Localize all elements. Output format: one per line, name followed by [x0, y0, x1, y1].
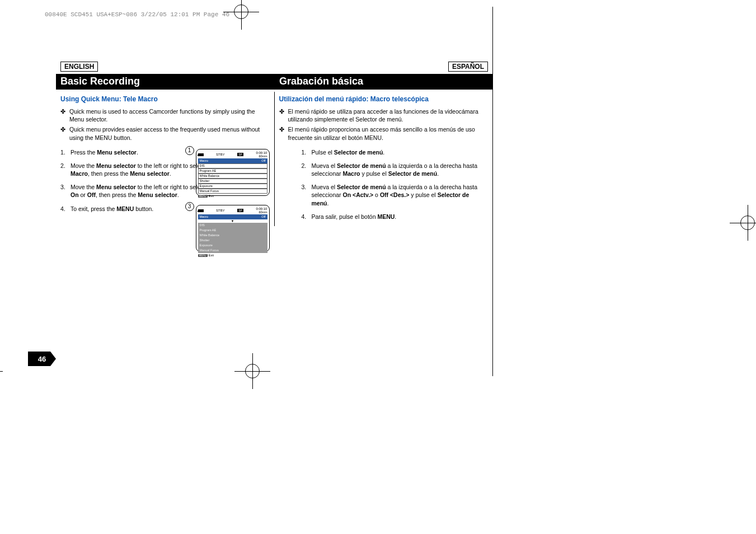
- step-num: 2.: [302, 162, 312, 177]
- section-heading-es: Utilización del menú rápido: Macro teles…: [279, 95, 489, 103]
- step-circle-1: 1: [185, 146, 194, 155]
- menu-row: DIS: [198, 223, 267, 228]
- exit-row: MENUExit: [198, 194, 267, 198]
- menu-row: White Balance: [198, 233, 267, 238]
- column-es: Utilización del menú rápido: Macro teles…: [275, 92, 493, 226]
- crop-mark-icon: [740, 216, 755, 230]
- menu-row: DIS: [198, 163, 267, 168]
- menu-row: Shutter: [198, 238, 267, 243]
- bullet-text: Quick menu provides easier access to the…: [69, 125, 270, 141]
- menu-row: White Balance: [198, 174, 267, 179]
- title-en: Basic Recording: [56, 74, 275, 90]
- divider: [492, 7, 493, 376]
- exit-row: MENUExit: [198, 254, 267, 257]
- step-text: Mueva el Selector de menú a la izquierda…: [312, 183, 489, 207]
- menu-row: Exposure: [198, 184, 267, 189]
- screen-time: 0:00:10 60min: [256, 151, 267, 158]
- screen-topbar: STBY SP 0:00:10 60min: [196, 149, 269, 158]
- menu-row: Program AE: [198, 228, 267, 233]
- step-num: 4.: [60, 205, 71, 213]
- step-text: Mueva el Selector de menú a la izquierda…: [312, 162, 489, 177]
- menu-row: Manual Focus: [198, 189, 267, 194]
- step-num: 2.: [60, 162, 71, 177]
- step-item: 4. Para salir, pulse el botón MENU.: [302, 213, 489, 221]
- stby-label: STBY: [216, 153, 225, 156]
- page-number: 46: [28, 352, 56, 366]
- screen-topbar: STBY SP 0:00:10 60min: [196, 205, 269, 214]
- screen-menu: MacroOff ▼ DIS Program AE White Balance …: [198, 214, 267, 253]
- bullet-item: ✤ El menú rápido proporciona un acceso m…: [279, 125, 489, 141]
- stby-label: STBY: [216, 209, 225, 212]
- step-item: 3. Move the Menu selector to the left or…: [60, 183, 206, 199]
- bullet-icon: ✤: [60, 107, 69, 123]
- bullet-text: El menú rápido se utiliza para acceder a…: [288, 107, 489, 123]
- battery-icon: [198, 153, 204, 156]
- bullet-item: ✤ El menú rápido se utiliza para acceder…: [279, 107, 489, 123]
- columns: Using Quick Menu: Tele Macro ✤ Quick men…: [56, 92, 492, 226]
- step-item: 1. Press the Menu selector.: [60, 148, 206, 156]
- step-text: Move the Menu selector to the left or ri…: [71, 162, 206, 177]
- menu-row: Shutter: [198, 179, 267, 184]
- crop-mark-icon: [234, 4, 248, 19]
- bullet-list-es: ✤ El menú rápido se utiliza para acceder…: [279, 107, 489, 142]
- bullet-icon: ✤: [60, 125, 69, 141]
- menu-row: Program AE: [198, 168, 267, 174]
- camcorder-screen-1: 1 STBY SP 0:00:10 60min MacroOff DIS Pro…: [196, 149, 270, 196]
- language-label-es: ESPAÑOL: [448, 62, 488, 72]
- steps-en: 1. Press the Menu selector. 2. Move the …: [60, 148, 206, 213]
- bullet-text: El menú rápido proporciona un acceso más…: [288, 125, 489, 141]
- battery-icon: [198, 209, 204, 212]
- step-item: 4. To exit, press the MENU button.: [60, 205, 206, 213]
- step-text: Pulse el Selector de menú.: [312, 148, 385, 156]
- step-text: Para salir, pulse el botón MENU.: [312, 213, 397, 221]
- sp-badge: SP: [237, 153, 243, 156]
- step-text: Move the Menu selector to the left or ri…: [71, 183, 206, 199]
- bullet-icon: ✤: [279, 107, 288, 123]
- step-item: 2. Move the Menu selector to the left or…: [60, 162, 206, 177]
- camcorder-screen-3: 3 STBY SP 0:00:10 60min MacroOff ▼ DIS P…: [196, 205, 270, 252]
- step-item: 2. Mueva el Selector de menú a la izquie…: [302, 162, 489, 177]
- step-num: 1.: [60, 148, 71, 156]
- bullet-item: ✤ Quick menu provides easier access to t…: [60, 125, 270, 141]
- crop-mark-icon: [245, 364, 260, 378]
- step-num: 3.: [302, 183, 312, 207]
- menu-row: Manual Focus: [198, 248, 267, 253]
- step-text: Press the Menu selector.: [71, 148, 138, 156]
- bullet-list-en: ✤ Quick menu is used to access Camcorder…: [60, 107, 270, 142]
- step-text: To exit, press the MENU button.: [71, 205, 153, 213]
- step-item: 1. Pulse el Selector de menú.: [302, 148, 489, 156]
- steps-es: 1. Pulse el Selector de menú. 2. Mueva e…: [302, 148, 489, 221]
- title-es: Grabación básica: [275, 74, 492, 90]
- step-num: 3.: [60, 183, 71, 199]
- screen-time: 0:00:10 60min: [256, 207, 267, 214]
- menu-row: Exposure: [198, 243, 267, 248]
- title-bar: Basic Recording Grabación básica: [56, 74, 492, 90]
- bullet-icon: ✤: [279, 125, 288, 141]
- step-item: 3. Mueva el Selector de menú a la izquie…: [302, 183, 489, 207]
- step-num: 4.: [302, 213, 312, 221]
- bullet-text: Quick menu is used to access Camcorder f…: [69, 107, 270, 123]
- section-heading-en: Using Quick Menu: Tele Macro: [60, 95, 270, 103]
- bullet-item: ✤ Quick menu is used to access Camcorder…: [60, 107, 270, 123]
- screen-menu: MacroOff DIS Program AE White Balance Sh…: [198, 158, 267, 194]
- menu-row-macro: MacroOff: [198, 158, 267, 163]
- step-circle-3: 3: [185, 202, 194, 211]
- menu-row-macro: MacroOff: [198, 214, 267, 219]
- column-en: Using Quick Menu: Tele Macro ✤ Quick men…: [56, 92, 275, 226]
- sp-badge: SP: [237, 209, 243, 212]
- step-num: 1.: [302, 148, 312, 156]
- language-label-en: ENGLISH: [60, 62, 98, 72]
- file-header: 00840E SCD451 USA+ESP~086 3/22/05 12:01 …: [45, 11, 229, 18]
